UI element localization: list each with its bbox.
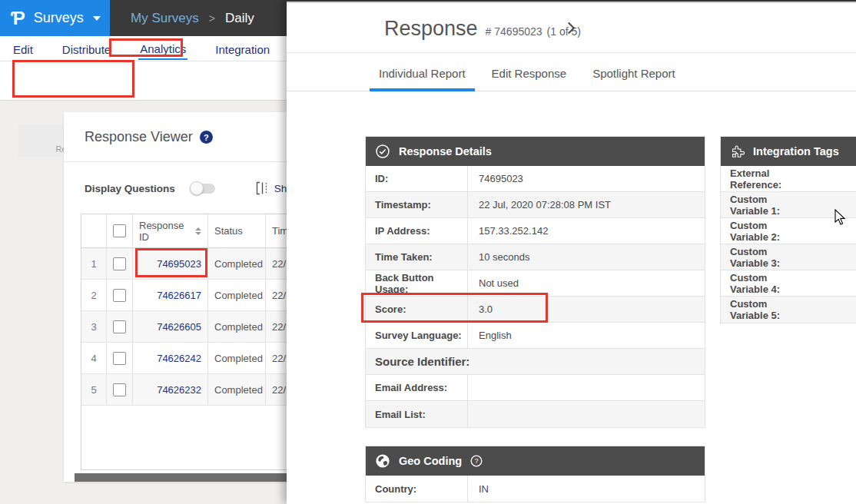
product-menu-button[interactable]: Ƥ Surveys bbox=[0, 0, 110, 36]
globe-icon bbox=[375, 453, 390, 469]
breadcrumb-current-survey: Daily bbox=[225, 11, 254, 26]
row-checkbox[interactable] bbox=[113, 320, 126, 333]
annotation-box-responses bbox=[12, 60, 134, 98]
nav-tab[interactable]: Edit bbox=[12, 38, 35, 59]
detail-value bbox=[468, 401, 705, 427]
mouse-cursor bbox=[834, 209, 847, 226]
panel-tab-label: Edit Response bbox=[492, 67, 567, 80]
row-checkbox[interactable] bbox=[113, 289, 126, 302]
detail-row: Source Identifier: bbox=[366, 349, 705, 375]
panel-tab-label: Individual Report bbox=[379, 67, 466, 80]
detail-label: Timestamp: bbox=[366, 192, 468, 217]
display-questions-toggle[interactable] bbox=[192, 184, 215, 194]
row-number: 5 bbox=[81, 374, 107, 406]
product-menu-label: Surveys bbox=[34, 10, 84, 26]
svg-text:?: ? bbox=[475, 457, 479, 465]
row-number-header bbox=[81, 214, 107, 248]
panel-tabs: Individual Report Edit Response Spotligh… bbox=[287, 61, 856, 91]
select-all-cell bbox=[107, 214, 133, 248]
annotation-box-response-id bbox=[135, 248, 207, 277]
detail-value: English bbox=[468, 323, 705, 348]
questionpro-logo-icon: Ƥ bbox=[11, 9, 25, 28]
response-details-card: Response Details ID: 74695023 Timestamp:… bbox=[365, 136, 705, 428]
response-id-link[interactable]: 74626605 bbox=[133, 311, 208, 343]
detail-value bbox=[800, 166, 856, 191]
detail-label: Email List: bbox=[366, 401, 468, 427]
nav-tab[interactable]: Integration bbox=[214, 38, 271, 59]
detail-value: IN bbox=[468, 476, 705, 502]
status-cell: Completed bbox=[208, 280, 266, 311]
panel-tab[interactable]: Edit Response bbox=[483, 61, 576, 91]
status-cell: Completed bbox=[208, 343, 266, 374]
detail-row: Email List: bbox=[366, 401, 705, 427]
panel-tab[interactable]: Individual Report bbox=[370, 61, 475, 91]
response-id-link[interactable]: 74626242 bbox=[133, 343, 208, 374]
detail-label: Custom Variable 2: bbox=[721, 218, 800, 244]
row-select-cell bbox=[107, 374, 133, 406]
detail-row: Survey Language: English bbox=[366, 323, 705, 349]
detail-value bbox=[800, 297, 856, 323]
detail-value: 157.33.252.142 bbox=[468, 218, 705, 244]
columns-icon bbox=[256, 181, 269, 195]
geo-coding-rows: Country: IN bbox=[366, 476, 705, 502]
detail-row: Country: IN bbox=[366, 476, 705, 502]
row-number: 3 bbox=[81, 311, 107, 343]
panel-tab-label: Spotlight Report bbox=[592, 67, 675, 80]
status-header[interactable]: Status bbox=[208, 214, 266, 248]
detail-value: 10 seconds bbox=[468, 244, 705, 270]
nav-tab-label: Distribute bbox=[62, 43, 111, 56]
detail-label: External Reference: bbox=[721, 166, 800, 191]
row-number: 4 bbox=[81, 343, 107, 374]
response-detail-panel: Response # 74695023 (1 of 5) Individual … bbox=[287, 0, 856, 504]
geo-coding-title: Geo Coding bbox=[399, 455, 462, 467]
row-select-cell bbox=[107, 311, 133, 343]
geo-coding-header: Geo Coding ? bbox=[366, 446, 705, 476]
detail-value bbox=[800, 218, 856, 244]
row-select-cell bbox=[107, 343, 133, 374]
status-cell: Completed bbox=[208, 248, 266, 280]
detail-row: ID: 74695023 bbox=[366, 166, 705, 192]
detail-label: ID: bbox=[366, 166, 468, 191]
detail-label: Time Taken: bbox=[366, 244, 468, 270]
detail-row: Timestamp: 22 Jul, 2020 07:28:08 PM IST bbox=[366, 192, 705, 218]
row-checkbox[interactable] bbox=[113, 257, 126, 270]
response-id-link[interactable]: 74626617 bbox=[133, 280, 208, 311]
breadcrumb-my-surveys[interactable]: My Surveys bbox=[131, 11, 199, 26]
detail-row: Custom Variable 3: bbox=[721, 244, 856, 270]
panel-tab[interactable]: Spotlight Report bbox=[583, 61, 685, 91]
integration-tags-header: Integration Tags bbox=[721, 137, 856, 166]
response-details-header: Response Details bbox=[366, 137, 705, 166]
response-id-link[interactable]: 74626232 bbox=[133, 374, 208, 406]
geo-coding-card: Geo Coding ? Country: IN bbox=[365, 446, 705, 502]
detail-row: IP Address: 157.33.252.142 bbox=[366, 218, 705, 244]
help-icon[interactable]: ? bbox=[200, 131, 213, 144]
check-circle-icon bbox=[375, 144, 390, 159]
detail-row: Time Taken: 10 seconds bbox=[366, 244, 705, 270]
detail-label: Source Identifier: bbox=[366, 349, 705, 374]
detail-row: Custom Variable 5: bbox=[721, 297, 856, 323]
detail-value bbox=[800, 192, 856, 217]
response-id-header[interactable]: Response ID bbox=[133, 214, 208, 248]
breadcrumb-separator: > bbox=[209, 12, 215, 25]
detail-label: Custom Variable 3: bbox=[721, 244, 800, 270]
detail-value bbox=[468, 375, 705, 400]
select-all-checkbox[interactable] bbox=[113, 224, 126, 237]
row-checkbox[interactable] bbox=[113, 383, 126, 396]
page-title: Response Viewer bbox=[85, 129, 193, 145]
breadcrumb: My Surveys > Daily bbox=[110, 0, 254, 36]
panel-title: Response bbox=[384, 17, 478, 41]
detail-label: IP Address: bbox=[366, 218, 468, 244]
nav-tab[interactable]: Distribute bbox=[61, 38, 112, 59]
screen: Ƥ Surveys My Surveys > Daily Edit Distri… bbox=[0, 0, 856, 504]
nav-tab-label: Integration bbox=[215, 43, 270, 56]
geo-help-icon[interactable]: ? bbox=[470, 455, 483, 467]
detail-row: Custom Variable 4: bbox=[721, 270, 856, 297]
detail-label: Custom Variable 5: bbox=[721, 297, 800, 323]
sort-icon[interactable] bbox=[195, 227, 201, 235]
row-checkbox[interactable] bbox=[113, 352, 126, 365]
panel-top-bar bbox=[287, 0, 856, 3]
response-details-title: Response Details bbox=[399, 145, 492, 158]
row-number: 2 bbox=[81, 280, 107, 311]
chevron-down-icon bbox=[93, 16, 101, 21]
response-number: # 74695023 bbox=[486, 25, 542, 38]
